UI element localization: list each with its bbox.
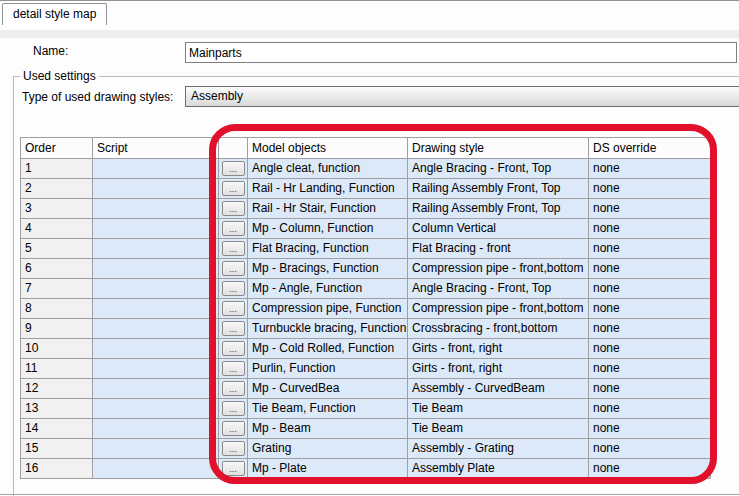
ellipsis-button[interactable]: ... [222,461,245,476]
script-cell[interactable] [93,279,219,299]
order-cell[interactable]: 10 [21,339,93,359]
order-cell[interactable]: 7 [21,279,93,299]
ellipsis-button[interactable]: ... [222,321,245,336]
drawing-styles-type-dropdown[interactable]: Assembly [185,86,739,107]
drawing-style-cell[interactable]: Railing Assembly Front, Top [408,199,589,219]
model-objects-cell[interactable]: Mp - Column, Function [248,219,408,239]
script-cell[interactable] [93,399,219,419]
ds-override-cell[interactable]: none [589,439,711,459]
order-cell[interactable]: 9 [21,319,93,339]
ellipsis-button[interactable]: ... [222,421,245,436]
ellipsis-button[interactable]: ... [222,161,245,176]
ellipsis-button[interactable]: ... [222,401,245,416]
model-objects-cell[interactable]: Mp - Beam [248,419,408,439]
ds-override-cell[interactable]: none [589,259,711,279]
ellipsis-button[interactable]: ... [222,241,245,256]
ellipsis-button[interactable]: ... [222,301,245,316]
model-objects-cell[interactable]: Rail - Hr Landing, Function [248,179,408,199]
ds-override-cell[interactable]: none [589,419,711,439]
script-cell[interactable] [93,459,219,479]
ds-override-cell[interactable]: none [589,399,711,419]
model-objects-cell[interactable]: Mp - Cold Rolled, Function [248,339,408,359]
order-cell[interactable]: 3 [21,199,93,219]
model-objects-cell[interactable]: Tie Beam, Function [248,399,408,419]
ellipsis-button[interactable]: ... [222,261,245,276]
order-cell[interactable]: 1 [21,159,93,179]
ellipsis-button[interactable]: ... [222,341,245,356]
ds-override-cell[interactable]: none [589,359,711,379]
order-cell[interactable]: 2 [21,179,93,199]
ds-override-cell[interactable]: none [589,199,711,219]
ds-override-cell[interactable]: none [589,379,711,399]
drawing-style-cell[interactable]: Railing Assembly Front, Top [408,179,589,199]
script-cell[interactable] [93,259,219,279]
order-cell[interactable]: 6 [21,259,93,279]
order-cell[interactable]: 16 [21,459,93,479]
model-objects-cell[interactable]: Mp - Plate [248,459,408,479]
ellipsis-button[interactable]: ... [222,201,245,216]
model-objects-cell[interactable]: Mp - Angle, Function [248,279,408,299]
model-objects-cell[interactable]: Grating [248,439,408,459]
model-objects-cell[interactable]: Rail - Hr Stair, Function [248,199,408,219]
model-objects-cell[interactable]: Mp - Bracings, Function [248,259,408,279]
drawing-style-cell[interactable]: Flat Bracing - front [408,239,589,259]
ds-override-cell[interactable]: none [589,159,711,179]
ellipsis-button[interactable]: ... [222,361,245,376]
drawing-style-cell[interactable]: Crossbracing - front,bottom [408,319,589,339]
drawing-style-cell[interactable]: Girts - front, right [408,339,589,359]
script-cell[interactable] [93,379,219,399]
script-cell[interactable] [93,159,219,179]
ds-override-cell[interactable]: none [589,239,711,259]
order-cell[interactable]: 5 [21,239,93,259]
drawing-style-cell[interactable]: Compression pipe - front,bottom [408,259,589,279]
script-cell[interactable] [93,299,219,319]
order-cell[interactable]: 11 [21,359,93,379]
script-cell[interactable] [93,359,219,379]
order-cell[interactable]: 15 [21,439,93,459]
script-cell[interactable] [93,219,219,239]
script-cell[interactable] [93,239,219,259]
model-objects-cell[interactable]: Purlin, Function [248,359,408,379]
ellipsis-button[interactable]: ... [222,221,245,236]
drawing-style-cell[interactable]: Angle Bracing - Front, Top [408,279,589,299]
drawing-style-cell[interactable]: Assembly Plate [408,459,589,479]
column-header-order[interactable]: Order [21,138,93,159]
ds-override-cell[interactable]: none [589,319,711,339]
model-objects-cell[interactable]: Mp - CurvedBea [248,379,408,399]
ellipsis-button[interactable]: ... [222,281,245,296]
model-objects-cell[interactable]: Compression pipe, Function [248,299,408,319]
order-cell[interactable]: 12 [21,379,93,399]
name-input[interactable] [185,42,737,63]
model-objects-cell[interactable]: Flat Bracing, Function [248,239,408,259]
order-cell[interactable]: 14 [21,419,93,439]
ds-override-cell[interactable]: none [589,339,711,359]
model-objects-cell[interactable]: Turnbuckle bracing, Function [248,319,408,339]
ds-override-cell[interactable]: none [589,219,711,239]
ds-override-cell[interactable]: none [589,459,711,479]
ellipsis-button[interactable]: ... [222,441,245,456]
drawing-style-cell[interactable]: Tie Beam [408,399,589,419]
script-cell[interactable] [93,419,219,439]
ellipsis-button[interactable]: ... [222,381,245,396]
script-cell[interactable] [93,319,219,339]
ellipsis-button[interactable]: ... [222,181,245,196]
column-header-ds-override[interactable]: DS override [589,138,711,159]
drawing-style-cell[interactable]: Assembly - CurvedBeam [408,379,589,399]
script-cell[interactable] [93,179,219,199]
ds-override-cell[interactable]: none [589,299,711,319]
ds-override-cell[interactable]: none [589,279,711,299]
script-cell[interactable] [93,339,219,359]
model-objects-cell[interactable]: Angle cleat, function [248,159,408,179]
drawing-style-cell[interactable]: Compression pipe - front,bottom [408,299,589,319]
drawing-style-cell[interactable]: Column Vertical [408,219,589,239]
drawing-style-cell[interactable]: Angle Bracing - Front, Top [408,159,589,179]
column-header-model-objects[interactable]: Model objects [248,138,408,159]
script-cell[interactable] [93,439,219,459]
order-cell[interactable]: 8 [21,299,93,319]
order-cell[interactable]: 13 [21,399,93,419]
tab-detail-style-map[interactable]: detail style map [2,3,107,25]
column-header-script[interactable]: Script [93,138,219,159]
drawing-style-cell[interactable]: Girts - front, right [408,359,589,379]
drawing-style-cell[interactable]: Assembly - Grating [408,439,589,459]
drawing-style-cell[interactable]: Tie Beam [408,419,589,439]
